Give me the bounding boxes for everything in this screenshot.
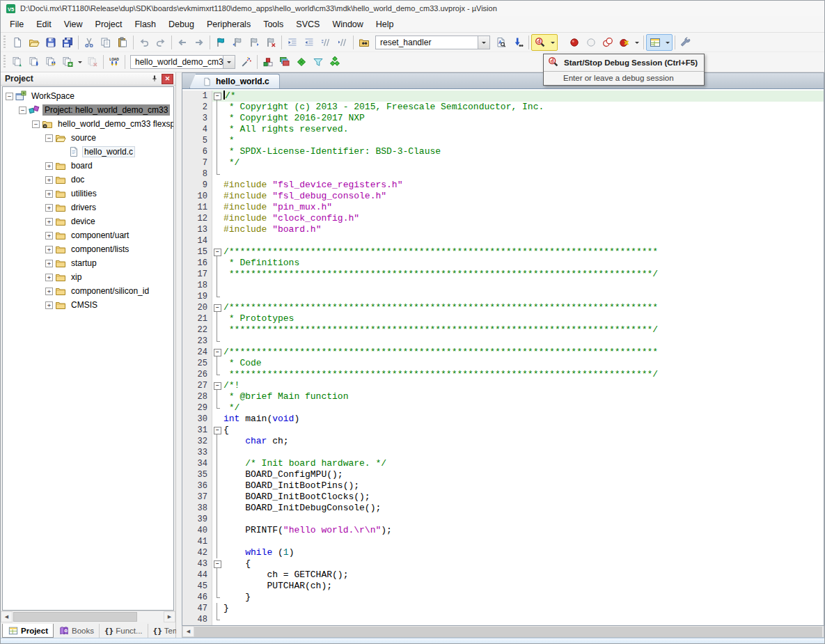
expand-icon[interactable]: + bbox=[45, 246, 53, 253]
menu-item-flash[interactable]: Flash bbox=[128, 17, 162, 31]
open-file-button[interactable] bbox=[26, 35, 42, 50]
tree-item-xip[interactable]: +xip bbox=[3, 270, 173, 284]
panel-tab-books[interactable]: ?Books bbox=[54, 624, 100, 638]
tree-item-source[interactable]: −source bbox=[3, 131, 173, 145]
fold-collapse-icon[interactable] bbox=[212, 302, 221, 313]
scroll-left-icon[interactable]: ◀ bbox=[182, 626, 194, 637]
collapse-icon[interactable]: − bbox=[45, 134, 53, 142]
tree-item-project-hello-world-demo-cm33[interactable]: −Project: hello_world_demo_cm33 bbox=[3, 103, 173, 117]
document-tab-hello-world-c[interactable]: hello_world.c bbox=[189, 74, 280, 88]
expand-icon[interactable]: + bbox=[45, 190, 53, 198]
translate-file-button[interactable] bbox=[9, 54, 26, 70]
save-button[interactable] bbox=[42, 35, 59, 50]
kill-all-breakpoints-dropdown[interactable] bbox=[633, 35, 641, 50]
new-file-button[interactable] bbox=[9, 35, 26, 50]
collapse-icon[interactable]: − bbox=[6, 93, 13, 100]
pin-icon[interactable] bbox=[149, 74, 160, 84]
rebuild-all-target-files-button[interactable] bbox=[42, 54, 59, 70]
silicon-vendor-filter-button[interactable] bbox=[310, 54, 327, 70]
next-bookmark-button[interactable] bbox=[246, 35, 262, 50]
previous-bookmark-button[interactable] bbox=[229, 35, 246, 50]
collapse-icon[interactable]: − bbox=[32, 120, 40, 128]
fold-collapse-icon[interactable] bbox=[212, 246, 221, 258]
menu-item-tools[interactable]: Tools bbox=[257, 17, 290, 31]
tree-item-workspace[interactable]: −WorkSpace bbox=[3, 89, 173, 103]
symbol-combo-combo[interactable]: reset_handler bbox=[375, 36, 490, 49]
start-stop-debug-session-button[interactable]: d bbox=[532, 35, 549, 50]
download-button[interactable]: LOAD bbox=[106, 54, 123, 70]
unindent-selection-button[interactable] bbox=[301, 35, 317, 50]
menu-item-peripherals[interactable]: Peripherals bbox=[201, 17, 257, 31]
menu-item-debug[interactable]: Debug bbox=[162, 17, 201, 31]
code-editor[interactable]: 1/*2 * Copyright (c) 2013 - 2015, Freesc… bbox=[182, 88, 824, 626]
menu-item-help[interactable]: Help bbox=[370, 17, 400, 31]
project-tree[interactable]: −WorkSpace−Project: hello_world_demo_cm3… bbox=[2, 86, 174, 611]
tree-item-board[interactable]: +board bbox=[3, 159, 173, 173]
navigate-back-button[interactable] bbox=[174, 35, 191, 50]
panel-splitter[interactable] bbox=[176, 72, 182, 638]
expand-icon[interactable]: + bbox=[45, 204, 53, 212]
symbol-combo-dropdown[interactable] bbox=[478, 36, 490, 49]
undo-button[interactable] bbox=[136, 35, 152, 50]
scroll-thumb[interactable] bbox=[194, 627, 822, 637]
collapse-icon[interactable]: − bbox=[19, 107, 26, 114]
paste-button[interactable] bbox=[114, 35, 131, 50]
manage-run-time-environment-button[interactable] bbox=[260, 54, 276, 70]
select-software-packs-button[interactable] bbox=[293, 54, 310, 70]
pack-installer-button[interactable] bbox=[327, 54, 343, 70]
tree-item-component-silicon-id[interactable]: +component/silicon_id bbox=[3, 284, 173, 298]
expand-icon[interactable]: + bbox=[45, 218, 53, 226]
scroll-thumb[interactable] bbox=[13, 612, 137, 622]
close-icon[interactable]: ✕ bbox=[162, 74, 173, 84]
menu-item-project[interactable]: Project bbox=[89, 17, 129, 31]
save-all-button[interactable] bbox=[59, 35, 76, 50]
expand-icon[interactable]: + bbox=[45, 288, 53, 295]
redo-button[interactable] bbox=[152, 35, 169, 50]
find-in-files-button[interactable] bbox=[356, 35, 372, 50]
fold-collapse-icon[interactable] bbox=[212, 91, 221, 102]
tree-item-component-lists[interactable]: +component/lists bbox=[3, 242, 173, 256]
scroll-right-icon[interactable]: ▶ bbox=[164, 611, 175, 622]
stop-build-button[interactable] bbox=[84, 54, 101, 70]
editor-hscrollbar[interactable]: ◀ bbox=[182, 626, 824, 638]
copy-button[interactable] bbox=[97, 35, 114, 50]
tree-item-hello-world-c[interactable]: hello_world.c bbox=[3, 145, 173, 159]
disable-all-breakpoints-button[interactable] bbox=[599, 35, 616, 50]
options-for-target-button[interactable] bbox=[238, 54, 255, 70]
batch-build-dropdown[interactable] bbox=[76, 54, 84, 70]
fold-collapse-icon[interactable] bbox=[212, 347, 221, 358]
expand-icon[interactable]: + bbox=[45, 260, 53, 267]
select-target-dropdown[interactable] bbox=[223, 55, 235, 69]
cut-button[interactable] bbox=[81, 35, 97, 50]
indent-selection-button[interactable] bbox=[284, 35, 301, 50]
debug-windows-dropdown[interactable] bbox=[663, 35, 672, 50]
panel-tab-project[interactable]: Project bbox=[2, 624, 54, 638]
scroll-left-icon[interactable]: ◀ bbox=[1, 611, 13, 622]
incremental-find-button[interactable] bbox=[510, 35, 526, 50]
expand-icon[interactable]: + bbox=[45, 274, 53, 281]
uncomment-selection-button[interactable] bbox=[334, 35, 351, 50]
tree-item-component-uart[interactable]: +component/uart bbox=[3, 228, 173, 242]
tree-item-drivers[interactable]: +drivers bbox=[3, 201, 173, 214]
expand-icon[interactable]: + bbox=[45, 232, 53, 239]
kill-all-breakpoints-button[interactable] bbox=[616, 35, 633, 50]
debug-windows-button[interactable] bbox=[647, 35, 663, 50]
fold-collapse-icon[interactable] bbox=[212, 558, 221, 570]
comment-selection-button[interactable] bbox=[317, 35, 334, 50]
toolbar-grip[interactable] bbox=[2, 55, 8, 69]
fold-collapse-icon[interactable] bbox=[212, 425, 221, 436]
expand-icon[interactable]: + bbox=[45, 301, 53, 309]
tree-item-doc[interactable]: +doc bbox=[3, 173, 173, 187]
tree-item-device[interactable]: +device bbox=[3, 214, 173, 228]
insert-remove-breakpoint-button[interactable] bbox=[566, 35, 583, 50]
clear-all-bookmarks-button[interactable] bbox=[262, 35, 279, 50]
toolbar-grip[interactable] bbox=[2, 36, 8, 49]
manage-project-items-button[interactable] bbox=[276, 54, 293, 70]
fold-collapse-icon[interactable] bbox=[212, 380, 221, 391]
panel-tab-funct[interactable]: {}Funct... bbox=[100, 624, 148, 638]
tree-item-startup[interactable]: +startup bbox=[3, 256, 173, 270]
project-panel-hscrollbar[interactable]: ◀ ▶ bbox=[1, 611, 175, 622]
menu-item-svcs[interactable]: SVCS bbox=[290, 17, 326, 31]
configure-button[interactable] bbox=[677, 35, 694, 50]
start-stop-debug-session-dropdown[interactable] bbox=[549, 35, 557, 50]
